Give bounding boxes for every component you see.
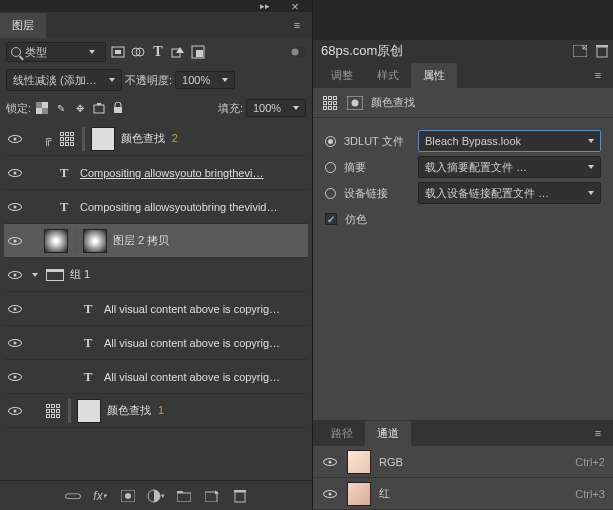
lock-all-icon[interactable] (110, 100, 126, 116)
lock-transparent-icon[interactable] (34, 100, 50, 116)
visibility-toggle[interactable] (6, 198, 24, 216)
layer-name[interactable]: 颜色查找 2 (121, 131, 306, 146)
adjustment-icon[interactable]: ▾ (147, 487, 165, 505)
svg-rect-15 (114, 107, 122, 113)
filter-smart-icon[interactable] (190, 44, 206, 60)
lock-paint-icon[interactable]: ✎ (53, 100, 69, 116)
dither-checkbox[interactable] (325, 213, 337, 225)
grid-icon (321, 94, 339, 112)
layer-row[interactable]: T All visual content above is copyrig… (4, 360, 308, 394)
mask-thumb[interactable] (74, 229, 77, 253)
lut-select[interactable]: Bleach Bypass.look (418, 130, 601, 152)
layers-tab-bar: 图层 ≡ (0, 12, 312, 38)
radio-abstract[interactable] (325, 162, 336, 173)
svg-rect-19 (177, 493, 191, 502)
chevron-down-icon (89, 50, 95, 54)
tab-adjust[interactable]: 调整 (319, 63, 365, 88)
layer-thumb[interactable] (91, 127, 115, 151)
filter-type-icon[interactable]: T (150, 44, 166, 60)
tab-style[interactable]: 样式 (365, 63, 411, 88)
prop-row-3dlut: 3DLUT 文件 Bleach Bypass.look (313, 128, 613, 154)
svg-point-17 (125, 493, 131, 499)
opacity-select[interactable]: 100% (175, 71, 235, 89)
tab-channels[interactable]: 通道 (365, 421, 411, 446)
mask-thumb[interactable] (82, 127, 85, 151)
type-icon: T (54, 165, 74, 181)
filter-pixel-icon[interactable] (110, 44, 126, 60)
visibility-toggle[interactable] (6, 334, 24, 352)
layer-thumb[interactable] (44, 229, 68, 253)
lock-row: 锁定: ✎ ✥ 填充: 100% (0, 94, 312, 122)
layer-name[interactable]: 颜色查找 1 (107, 403, 306, 418)
channel-row[interactable]: RGB Ctrl+2 (313, 446, 613, 478)
svg-rect-12 (42, 108, 48, 114)
tab-layers[interactable]: 图层 (0, 13, 46, 38)
chan-tabs: 路径 通道 ≡ (313, 420, 613, 446)
visibility-toggle[interactable] (321, 485, 339, 503)
filter-input[interactable] (25, 46, 85, 58)
device-select[interactable]: 载入设备链接配置文件 … (418, 182, 601, 204)
visibility-toggle[interactable] (6, 232, 24, 250)
layer-row[interactable]: 组 1 (4, 258, 308, 292)
layer-name[interactable]: Compositing allowsyoutobring thevivid… (80, 201, 306, 213)
layer-name[interactable]: Compositing allowsyouto bringthevi… (80, 167, 306, 179)
layer-row[interactable]: T Compositing allowsyoutobring thevivid… (4, 190, 308, 224)
layer-name[interactable]: All visual content above is copyrig… (104, 337, 306, 349)
trash-icon[interactable] (231, 487, 249, 505)
filter-select[interactable] (6, 42, 106, 62)
layer-name[interactable]: 组 1 (70, 267, 306, 282)
radio-device[interactable] (325, 188, 336, 199)
filter-toggle[interactable] (290, 44, 306, 60)
visibility-toggle[interactable] (6, 266, 24, 284)
fx-icon[interactable]: fx▾ (91, 487, 109, 505)
visibility-toggle[interactable] (6, 368, 24, 386)
prop-row-abstract: 摘要 载入摘要配置文件 … (313, 154, 613, 180)
layer-row[interactable]: T All visual content above is copyrig… (4, 326, 308, 360)
filter-adjust-icon[interactable] (130, 44, 146, 60)
layer-name[interactable]: 图层 2 拷贝 (113, 233, 306, 248)
channels-list: RGB Ctrl+2 红 Ctrl+3 (313, 446, 613, 510)
layer-name[interactable]: All visual content above is copyrig… (104, 371, 306, 383)
layer-row[interactable]: T Compositing allowsyouto bringthevi… (4, 156, 308, 190)
link-icon[interactable]: ⊂⊃ (63, 487, 81, 505)
expand-icon[interactable] (569, 41, 591, 61)
visibility-toggle[interactable] (6, 130, 24, 148)
expand-icon[interactable] (32, 273, 38, 277)
layer-row[interactable]: 颜色查找 1 (4, 394, 308, 428)
tab-paths[interactable]: 路径 (319, 421, 365, 446)
radio-3dlut[interactable] (325, 136, 336, 147)
visibility-toggle[interactable] (6, 402, 24, 420)
prop-label: 设备链接 (344, 186, 410, 201)
layer-row[interactable]: 图层 2 拷贝 (4, 224, 308, 258)
filter-shape-icon[interactable] (170, 44, 186, 60)
lock-position-icon[interactable]: ✥ (72, 100, 88, 116)
abstract-select[interactable]: 载入摘要配置文件 … (418, 156, 601, 178)
prop-title: 颜色查找 (371, 95, 415, 110)
svg-point-28 (352, 99, 359, 106)
mask-icon[interactable] (119, 487, 137, 505)
group-icon[interactable] (175, 487, 193, 505)
blend-mode-select[interactable]: 线性减淡 (添加… (6, 69, 122, 91)
mask-thumb[interactable] (68, 399, 71, 423)
trash-icon[interactable] (591, 41, 613, 61)
layer-thumb[interactable] (77, 399, 101, 423)
panel-menu-icon[interactable]: ≡ (286, 15, 308, 35)
layer-row[interactable]: ╔ 颜色查找 2 (4, 122, 308, 156)
fill-select[interactable]: 100% (246, 99, 306, 117)
layer-row[interactable]: T All visual content above is copyrig… (4, 292, 308, 326)
svg-rect-7 (196, 50, 203, 57)
panel-menu-icon[interactable]: ≡ (587, 65, 609, 85)
visibility-toggle[interactable] (6, 164, 24, 182)
visibility-toggle[interactable] (321, 453, 339, 471)
panel-menu-icon[interactable]: ≡ (587, 423, 609, 443)
prop-label: 仿色 (345, 212, 367, 227)
channel-row[interactable]: 红 Ctrl+3 (313, 478, 613, 510)
doc-header: 68ps.com原创 (313, 40, 613, 62)
new-layer-icon[interactable] (203, 487, 221, 505)
visibility-toggle[interactable] (6, 300, 24, 318)
lock-artboard-icon[interactable] (91, 100, 107, 116)
svg-rect-23 (234, 490, 246, 492)
tab-properties[interactable]: 属性 (411, 63, 457, 88)
mask-thumb[interactable] (83, 229, 107, 253)
layer-name[interactable]: All visual content above is copyrig… (104, 303, 306, 315)
